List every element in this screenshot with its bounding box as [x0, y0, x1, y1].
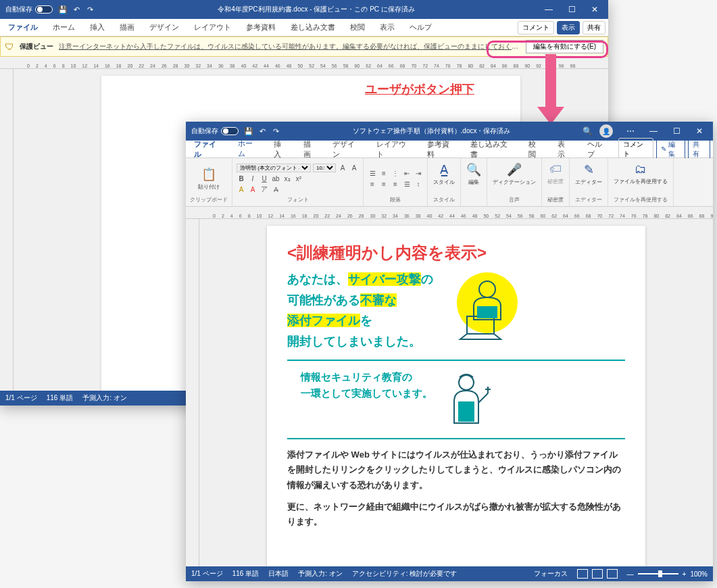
editor-button[interactable]: ✎ エディター: [574, 161, 603, 187]
strike-icon[interactable]: ab: [271, 174, 280, 183]
ribbon-paragraph: ☰ ≡ ⋮ ⇤ ⇥ ≡ ≡ ≡ ☰ ↕ 段落: [364, 158, 428, 206]
status-zoom[interactable]: — + 100%: [627, 570, 708, 578]
autosave-label: 自動保存: [5, 5, 32, 14]
ribbon-editing: 🔍 編集: [461, 158, 487, 206]
page-content[interactable]: <訓練種明かし内容を表示> あなたは、サイバー攻撃の 可能性がある不審な 添付フ…: [267, 226, 645, 566]
comment-button: コメント: [618, 138, 653, 161]
window-title-fg: ソフトウェア操作手順（添付資料）.docx・保存済み: [280, 126, 583, 136]
paste-icon: 📋: [201, 167, 216, 182]
reuse-button[interactable]: 🗂 ファイルを再使用する: [612, 161, 669, 187]
status-words[interactable]: 116 単語: [47, 393, 73, 403]
autosave-label-fg: 自動保存: [191, 126, 218, 136]
underline-icon[interactable]: U: [259, 174, 269, 183]
training-body-2: 更に、ネットワーク経由で組織中にウイルスがばら撒かれ被害が拡大する危険性がありま…: [287, 499, 625, 529]
close-icon[interactable]: ✕: [584, 0, 605, 19]
titlebar-bg: 自動保存 💾 ↶ ↷ 令和4年度PC利用規約書.docx - 保護ビュー・この …: [0, 0, 608, 19]
status-view-buttons[interactable]: [577, 569, 618, 579]
tag-icon: 🏷: [549, 162, 562, 176]
annotation-text: ユーザがボタン押下: [365, 81, 474, 97]
menubar-bg: ファイル ホーム 挿入 描画 デザイン レイアウト 参考資料 差し込み文書 校閲…: [0, 19, 608, 36]
status-lang[interactable]: 日本語: [268, 569, 289, 579]
tab-review[interactable]: 校閲: [345, 20, 370, 35]
ruler-v-fg: [186, 219, 199, 566]
undo-icon[interactable]: ↶: [257, 126, 267, 136]
tab-mailings[interactable]: 差し込み文書: [285, 20, 341, 35]
share-button: 共有: [688, 138, 710, 161]
multilevel-icon[interactable]: ⋮: [391, 168, 400, 178]
ruby-icon[interactable]: ア: [259, 185, 269, 194]
justify-icon[interactable]: ☰: [402, 179, 412, 189]
tab-insert[interactable]: 挿入: [84, 20, 110, 35]
clear-format-icon[interactable]: A̶: [271, 185, 280, 194]
bullets-icon[interactable]: ☰: [368, 168, 377, 178]
shrink-font-icon[interactable]: A: [349, 163, 359, 172]
ribbon-dictation: 🎤 ディクテーション 音声: [487, 158, 542, 206]
edit-mode-button: ✎ 編集: [656, 138, 685, 161]
italic-icon[interactable]: I: [248, 174, 257, 183]
status-ime[interactable]: 予測入力: オン: [298, 569, 343, 579]
paste-button[interactable]: 📋 貼り付け: [197, 166, 221, 192]
font-size-select[interactable]: 10.5: [313, 164, 336, 172]
status-a11y[interactable]: アクセシビリティ: 検討が必要です: [352, 569, 458, 579]
autosave-toggle[interactable]: [35, 5, 53, 14]
undo-icon[interactable]: ↶: [72, 5, 81, 14]
ruler-h-bg: 0246810121416182022242628303234363840424…: [0, 57, 608, 69]
status-ime[interactable]: 予測入力: オン: [82, 393, 127, 403]
save-icon[interactable]: 💾: [244, 126, 253, 136]
status-words[interactable]: 116 単語: [232, 569, 259, 579]
align-left-icon[interactable]: ≡: [368, 179, 377, 189]
redo-icon[interactable]: ↷: [271, 126, 280, 136]
sensitivity-button[interactable]: 🏷 秘密度: [546, 161, 565, 187]
status-page[interactable]: 1/1 ページ: [5, 393, 37, 403]
highlight-icon[interactable]: A: [237, 185, 246, 194]
protected-view-bar: 🛡 保護ビュー 注意ーインターネットから入手したファイルは、ウイルスに感染してい…: [0, 36, 608, 57]
training-warning: あなたは、サイバー攻撃の 可能性がある不審な 添付ファイルを 開封してしまいまし…: [287, 269, 433, 351]
search-icon[interactable]: 🔍: [583, 126, 593, 136]
shield-icon: 🛡: [5, 41, 14, 52]
word-window-editing: 自動保存 💾 ↶ ↷ ソフトウェア操作手順（添付資料）.docx・保存済み 🔍 …: [186, 122, 713, 581]
svg-rect-5: [458, 401, 474, 422]
tab-references[interactable]: 参考資料: [241, 20, 281, 35]
bold-icon[interactable]: B: [237, 174, 246, 183]
subscript-icon[interactable]: x₂: [282, 174, 292, 183]
ribbon-editor: ✎ エディター エディター: [570, 158, 608, 206]
save-icon[interactable]: 💾: [58, 5, 68, 14]
tab-view[interactable]: 表示: [374, 20, 400, 35]
ruler-v-bg: [0, 69, 14, 391]
minimize-icon[interactable]: —: [538, 0, 560, 19]
tab-help[interactable]: ヘルプ: [404, 20, 437, 35]
tab-file[interactable]: ファイル: [3, 20, 43, 35]
status-page[interactable]: 1/1 ページ: [191, 569, 223, 579]
tab-draw[interactable]: 描画: [114, 20, 140, 35]
enable-editing-button[interactable]: 編集を有効にする(E): [526, 40, 603, 53]
tab-design[interactable]: デザイン: [144, 20, 184, 35]
status-focus[interactable]: フォーカス: [534, 569, 568, 579]
training-title: <訓練種明かし内容を表示>: [287, 242, 625, 264]
line-spacing-icon[interactable]: ↕: [414, 179, 423, 189]
editing-button[interactable]: 🔍 編集: [465, 161, 483, 187]
comment-button: コメント: [518, 21, 554, 34]
font-name-select[interactable]: 游明朝 (本文のフォント - 日本: [237, 164, 311, 172]
font-color-icon[interactable]: A: [248, 185, 257, 194]
grow-font-icon[interactable]: A: [338, 163, 347, 172]
maximize-icon[interactable]: ☐: [561, 0, 583, 19]
doc-area-fg: <訓練種明かし内容を表示> あなたは、サイバー攻撃の 可能性がある不審な 添付フ…: [186, 219, 713, 566]
ruler-h-fg: 0246810121416182022242628303234363840424…: [186, 207, 713, 219]
redo-icon[interactable]: ↷: [85, 5, 95, 14]
styles-button[interactable]: A̲ スタイル: [432, 161, 456, 187]
protected-message: 注意ーインターネットから入手したファイルは、ウイルスに感染している可能性がありま…: [59, 42, 520, 51]
tab-home[interactable]: ホーム: [47, 20, 80, 35]
align-center-icon[interactable]: ≡: [379, 179, 389, 189]
divider-1: [287, 360, 625, 361]
tab-layout[interactable]: レイアウト: [189, 20, 237, 35]
indent-dec-icon[interactable]: ⇤: [402, 168, 412, 178]
training-subtitle: 情報セキュリティ教育の 一環として実施しています。: [287, 369, 432, 401]
indent-inc-icon[interactable]: ⇥: [414, 168, 423, 178]
numbering-icon[interactable]: ≡: [379, 168, 389, 178]
superscript-icon[interactable]: x²: [294, 174, 303, 183]
ribbon-sensitivity: 🏷 秘密度 秘密度: [542, 158, 570, 206]
mic-icon: 🎤: [507, 162, 522, 177]
align-right-icon[interactable]: ≡: [391, 179, 400, 189]
autosave-toggle-fg[interactable]: [221, 127, 239, 135]
dictation-button[interactable]: 🎤 ディクテーション: [491, 161, 537, 187]
